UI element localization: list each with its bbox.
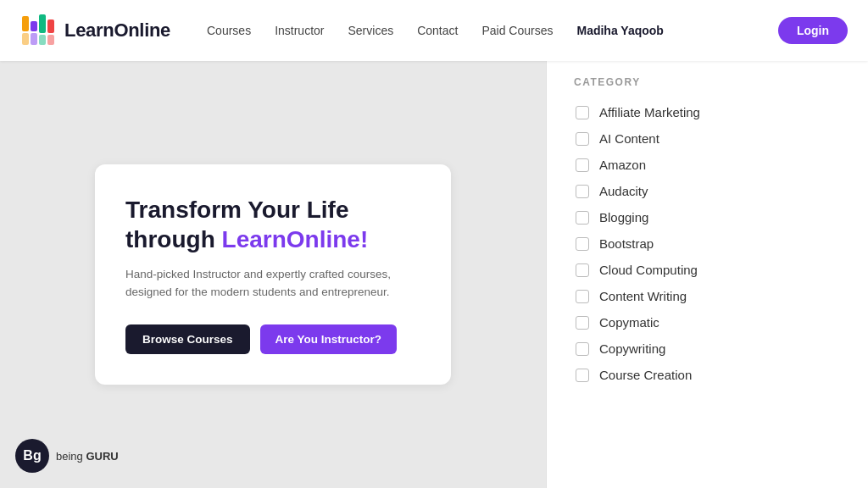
are-you-instructor-button[interactable]: Are You Instructor? — [260, 324, 398, 354]
badge-label: being GURU — [56, 450, 119, 463]
category-label-1: AI Content — [599, 131, 659, 146]
category-label-7: Content Writing — [599, 289, 687, 303]
login-button[interactable]: Login — [778, 17, 848, 44]
svg-rect-6 — [47, 19, 54, 33]
category-label-10: Course Creation — [599, 368, 692, 382]
hero-title-line2-prefix: through — [125, 226, 222, 252]
category-item[interactable]: Copymatic — [574, 310, 841, 335]
category-checkbox-1[interactable] — [576, 132, 589, 146]
hero-title-line1: Transform Your Life — [125, 197, 348, 223]
nav-user[interactable]: Madiha Yaqoob — [576, 24, 663, 37]
category-item[interactable]: Course Creation — [574, 363, 841, 387]
svg-rect-7 — [47, 35, 54, 45]
category-item[interactable]: Copywriting — [574, 336, 841, 361]
category-checkbox-8[interactable] — [576, 316, 589, 330]
category-checkbox-10[interactable] — [576, 369, 589, 382]
svg-rect-2 — [31, 21, 37, 31]
bottom-badge: Bg being GURU — [15, 439, 119, 473]
nav-services[interactable]: Services — [348, 24, 394, 37]
category-checkbox-4[interactable] — [576, 211, 589, 225]
nav-links: Courses Instructor Services Contact Paid… — [207, 24, 765, 37]
hero-title: Transform Your Life through LearnOnline! — [125, 195, 420, 254]
category-item[interactable]: Affiliate Marketing — [574, 100, 841, 125]
category-item[interactable]: Cloud Computing — [574, 258, 841, 282]
hero-subtitle: Hand-picked Instructor and expertly craf… — [125, 266, 420, 302]
hero-title-highlight: LearnOnline! — [222, 226, 369, 252]
hero-buttons: Browse Courses Are You Instructor? — [125, 324, 420, 354]
category-item[interactable]: Bootstrap — [574, 231, 841, 256]
category-label-8: Copymatic — [599, 315, 659, 330]
category-item[interactable]: Audacity — [574, 179, 841, 203]
svg-rect-0 — [22, 16, 29, 31]
hero-card: Transform Your Life through LearnOnline!… — [95, 164, 451, 385]
category-label-4: Blogging — [599, 210, 648, 225]
category-label-9: Copywriting — [599, 341, 665, 356]
category-checkbox-2[interactable] — [576, 158, 589, 172]
category-label-5: Bootstrap — [599, 236, 654, 251]
category-item[interactable]: AI Content — [574, 126, 841, 151]
main-layout: Transform Your Life through LearnOnline!… — [0, 61, 868, 488]
logo-area: LearnOnline — [20, 13, 207, 48]
right-panel: CATEGORY Affiliate Marketing AI Content … — [546, 61, 868, 488]
nav-courses[interactable]: Courses — [207, 24, 251, 37]
nav-instructor[interactable]: Instructor — [275, 24, 324, 37]
category-label-6: Cloud Computing — [599, 263, 698, 277]
svg-rect-5 — [39, 35, 46, 45]
category-checkbox-7[interactable] — [576, 290, 589, 303]
category-label-3: Audacity — [599, 184, 648, 198]
category-label-2: Amazon — [599, 158, 646, 172]
nav-paid-courses[interactable]: Paid Courses — [481, 24, 553, 37]
logo-text: LearnOnline — [64, 19, 170, 42]
category-item[interactable]: Amazon — [574, 152, 841, 177]
category-checkbox-0[interactable] — [576, 106, 589, 119]
category-item[interactable]: Content Writing — [574, 284, 841, 308]
category-title: CATEGORY — [574, 76, 841, 88]
category-item[interactable]: Blogging — [574, 205, 841, 230]
svg-rect-4 — [39, 14, 46, 33]
category-checkbox-3[interactable] — [576, 185, 589, 198]
left-panel: Transform Your Life through LearnOnline!… — [0, 61, 546, 488]
category-checkbox-5[interactable] — [576, 237, 589, 251]
category-checkbox-6[interactable] — [576, 263, 589, 277]
svg-rect-3 — [31, 33, 37, 45]
navbar: LearnOnline Courses Instructor Services … — [0, 0, 868, 61]
category-checkbox-9[interactable] — [576, 342, 589, 356]
logo-icon — [20, 13, 56, 48]
svg-rect-1 — [22, 33, 29, 45]
category-label-0: Affiliate Marketing — [599, 105, 700, 119]
badge-icon: Bg — [15, 439, 49, 473]
nav-contact[interactable]: Contact — [417, 24, 458, 37]
browse-courses-button[interactable]: Browse Courses — [125, 324, 250, 354]
category-list: Affiliate Marketing AI Content Amazon Au… — [574, 100, 841, 387]
